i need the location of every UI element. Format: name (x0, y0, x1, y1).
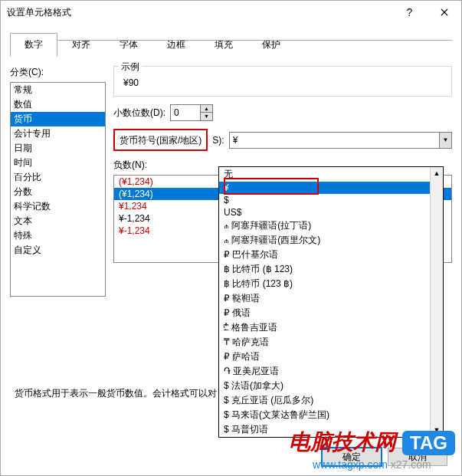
help-button[interactable]: ? (392, 1, 427, 24)
symbol-label: 货币符号(国家/地区) (120, 135, 202, 146)
spinner-up-icon[interactable]: ▲ (201, 105, 212, 113)
format-cells-dialog: 设置单元格格式 ? 数字对齐字体边框填充保护 分类(C): 常规数值货币会计专用… (0, 0, 462, 476)
tab-separator (10, 40, 452, 41)
dropdown-item[interactable]: ฿ 比特币 (123 ฿) (219, 277, 443, 291)
dropdown-item[interactable]: ₾ 格鲁吉亚语 (219, 320, 443, 335)
dropdown-item[interactable]: ₽ 俄语 (219, 306, 443, 320)
dropdown-scrollbar[interactable]: ▲ ▼ (430, 167, 443, 437)
dropdown-item[interactable]: ¥ (219, 182, 443, 194)
category-item[interactable]: 时间 (11, 156, 105, 170)
category-item[interactable]: 日期 (11, 141, 105, 156)
cancel-button[interactable]: 取消 (388, 448, 447, 466)
tab-4[interactable]: 填充 (200, 33, 247, 57)
category-item[interactable]: 特殊 (11, 228, 105, 243)
dropdown-item[interactable]: $ 法语(加拿大) (219, 379, 443, 393)
spinner-down-icon[interactable]: ▼ (201, 113, 212, 120)
dropdown-item[interactable]: ₼ 阿塞拜疆语(拉丁语) (219, 218, 443, 233)
decimal-label: 小数位数(D): (113, 107, 165, 120)
dropdown-item[interactable]: ₽ 巴什基尔语 (219, 248, 443, 262)
currency-dropdown[interactable]: 无¥$US$₼ 阿塞拜疆语(拉丁语)₼ 阿塞拜疆语(西里尔文)₽ 巴什基尔语฿ … (218, 166, 444, 438)
dropdown-item[interactable]: ֏ 亚美尼亚语 (219, 364, 443, 379)
sample-box: 示例 ¥90 (113, 66, 452, 97)
currency-select[interactable]: ¥ ▼ (229, 132, 452, 149)
category-item[interactable]: 常规 (11, 83, 105, 97)
description-text: 货币格式用于表示一般货币数值。会计格式可以对 (15, 387, 217, 400)
footer: 确定 取消 (322, 448, 447, 466)
symbol-label-highlight: 货币符号(国家/地区) (113, 129, 208, 151)
dialog-title: 设置单元格格式 (7, 6, 392, 19)
sample-value: ¥90 (122, 77, 444, 88)
scroll-up-icon[interactable]: ▲ (431, 167, 443, 180)
decimal-input[interactable] (170, 104, 201, 121)
dropdown-item[interactable]: ₸ 哈萨克语 (219, 335, 443, 350)
category-list[interactable]: 常规数值货币会计专用日期时间百分比分数科学记数文本特殊自定义 (10, 82, 106, 297)
category-item[interactable]: 货币 (11, 112, 105, 126)
sample-legend: 示例 (119, 61, 142, 74)
chevron-down-icon[interactable]: ▼ (440, 132, 452, 149)
dropdown-item[interactable]: $ 克丘亚语 (厄瓜多尔) (219, 393, 443, 408)
close-button[interactable] (427, 1, 461, 24)
dropdown-item[interactable]: $ 马来语(文莱达鲁萨兰国) (219, 408, 443, 422)
category-item[interactable]: 分数 (11, 185, 105, 199)
titlebar: 设置单元格格式 ? (1, 1, 461, 24)
currency-select-value[interactable]: ¥ (229, 132, 440, 149)
category-item[interactable]: 自定义 (11, 243, 105, 258)
category-item[interactable]: 科学记数 (11, 199, 105, 214)
tab-5[interactable]: 保护 (247, 33, 295, 57)
ok-button[interactable]: 确定 (322, 448, 382, 466)
tab-1[interactable]: 对齐 (57, 33, 105, 57)
close-icon (441, 8, 448, 16)
dropdown-item[interactable]: ₽ 萨哈语 (219, 350, 443, 364)
category-item[interactable]: 文本 (11, 214, 105, 228)
dropdown-item[interactable]: ₼ 阿塞拜疆语(西里尔文) (219, 233, 443, 248)
category-label: 分类(C): (10, 66, 106, 79)
scroll-down-icon[interactable]: ▼ (431, 424, 443, 437)
category-item[interactable]: 百分比 (11, 170, 105, 185)
tab-2[interactable]: 字体 (105, 33, 152, 57)
decimal-spinner[interactable]: ▲ ▼ (170, 104, 213, 121)
category-item[interactable]: 数值 (11, 97, 105, 112)
symbol-label-suffix: S): (212, 135, 224, 146)
dropdown-item[interactable]: $ (219, 194, 443, 206)
tab-3[interactable]: 边框 (152, 33, 200, 57)
category-item[interactable]: 会计专用 (11, 126, 105, 141)
tab-0[interactable]: 数字 (10, 33, 57, 57)
dropdown-item[interactable]: $ 马普切语 (219, 422, 443, 437)
dropdown-item[interactable]: ฿ 比特币 (฿ 123) (219, 262, 443, 277)
dropdown-item[interactable]: US$ (219, 206, 443, 218)
dropdown-item[interactable]: ₽ 鞑靼语 (219, 291, 443, 306)
dropdown-item[interactable]: 无 (219, 167, 443, 182)
